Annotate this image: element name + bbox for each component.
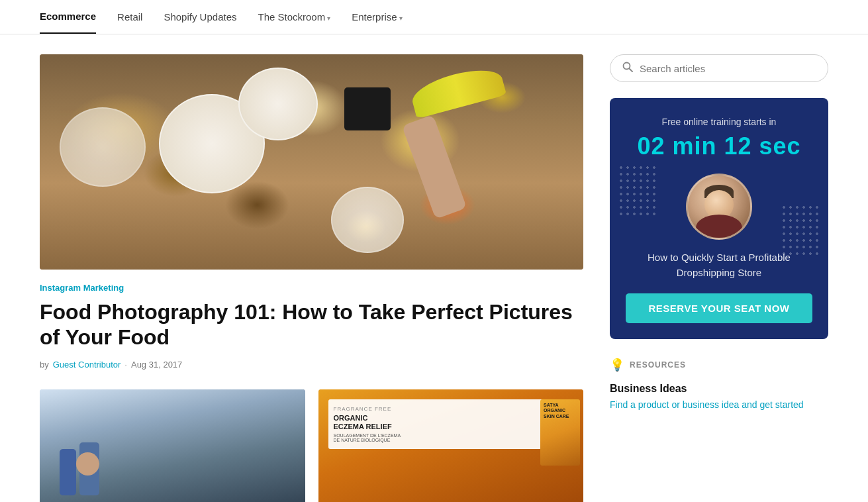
chevron-down-icon: ▾ <box>399 15 403 22</box>
search-input[interactable] <box>640 63 816 74</box>
card-2[interactable]: FRAGRANCE FREE ORGANICECZEMA RELIEF SOUL… <box>318 389 584 502</box>
nav-item-enterprise[interactable]: Enterprise▾ <box>352 1 402 33</box>
dots-decoration-right <box>781 204 820 257</box>
article-date: Aug 31, 2017 <box>131 360 182 370</box>
resources-header: 💡 RESOURCES <box>610 358 828 372</box>
avatar <box>686 174 752 240</box>
article-card-grid: FRAGRANCE FREE ORGANICECZEMA RELIEF SOUL… <box>40 389 583 502</box>
page-content: Instagram Marketing Food Photography 101… <box>0 34 868 502</box>
card-1-image <box>40 389 305 502</box>
search-icon <box>622 62 633 75</box>
main-column: Instagram Marketing Food Photography 101… <box>40 54 583 502</box>
resource-item-business-ideas: Business Ideas Find a product or busines… <box>610 383 828 412</box>
resources-label: RESOURCES <box>630 360 686 370</box>
dots-decoration-left <box>618 164 657 217</box>
hero-image <box>40 54 583 270</box>
resource-title: Business Ideas <box>610 383 828 395</box>
card-1[interactable] <box>40 389 305 502</box>
promo-timer: 02 min 12 sec <box>626 132 812 160</box>
svg-line-1 <box>630 69 633 72</box>
nav-item-stockroom[interactable]: The Stockroom▾ <box>258 1 331 33</box>
chevron-down-icon: ▾ <box>327 15 330 22</box>
by-label: by <box>40 360 49 370</box>
article-title: Food Photography 101: How to Take Perfec… <box>40 299 583 350</box>
resource-link[interactable]: Find a product or business idea and get … <box>610 399 828 412</box>
card-2-image: FRAGRANCE FREE ORGANICECZEMA RELIEF SOUL… <box>318 389 584 502</box>
reserve-seat-button[interactable]: Reserve your seat now <box>626 293 812 323</box>
lightbulb-icon: 💡 <box>610 358 624 372</box>
author-link[interactable]: Guest Contributor <box>53 360 121 370</box>
promo-box: Free online training starts in 02 min 12… <box>610 98 828 339</box>
meta-separator: · <box>124 360 127 370</box>
nav-item-shopify-updates[interactable]: Shopify Updates <box>164 1 236 33</box>
article-meta: by Guest Contributor · Aug 31, 2017 <box>40 360 583 370</box>
sidebar: Free online training starts in 02 min 12… <box>610 54 828 502</box>
avatar-body <box>696 215 742 240</box>
nav-item-ecommerce[interactable]: Ecommerce <box>40 0 96 34</box>
search-box[interactable] <box>610 54 828 82</box>
promo-intro-text: Free online training starts in <box>626 117 812 127</box>
article-category[interactable]: Instagram Marketing <box>40 283 583 293</box>
main-nav: Ecommerce Retail Shopify Updates The Sto… <box>0 0 868 34</box>
nav-item-retail[interactable]: Retail <box>117 1 142 33</box>
